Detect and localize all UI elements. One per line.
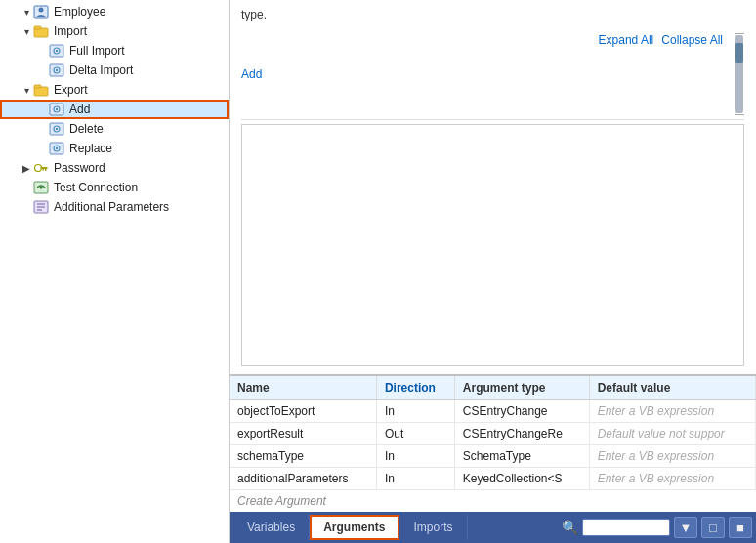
sidebar-item-test-connection[interactable]: ▶ Test Connection [0, 178, 229, 197]
sidebar-item-delta-import[interactable]: ▶ Delta Import [0, 61, 229, 80]
cell-direction-3: In [376, 468, 454, 490]
sidebar-item-full-import[interactable]: ▶ Full Import [0, 41, 229, 61]
col-header-name: Name [230, 376, 376, 400]
cell-direction-2: In [376, 445, 454, 468]
chevron-password: ▶ [20, 163, 33, 174]
export-label: Export [54, 83, 88, 97]
toolbar-right-actions: Expand All Collapse All [599, 33, 744, 115]
cell-argtype-2: SchemaType [454, 445, 589, 468]
sidebar-item-password[interactable]: ▶ Password [0, 158, 229, 178]
sidebar-item-import[interactable]: ▾ Import [0, 21, 229, 41]
add-label: Add [69, 103, 90, 116]
cell-direction-0: In [376, 400, 454, 423]
chevron-import: ▾ [20, 26, 33, 37]
cell-name-3: additionalParameters [230, 468, 376, 490]
svg-rect-24 [43, 169, 45, 171]
arguments-table-area: Name Direction Argument type Default val… [230, 374, 756, 512]
svg-point-20 [56, 147, 58, 149]
table-row: additionalParametersInKeyedCollection<SE… [230, 468, 756, 490]
sidebar-item-add[interactable]: ▶ Add [0, 100, 229, 119]
sidebar-item-delete[interactable]: ▶ Delete [0, 119, 229, 139]
col-header-argtype: Argument type [454, 376, 589, 400]
svg-point-14 [56, 108, 58, 110]
svg-point-17 [56, 128, 58, 130]
folder-icon-export [33, 82, 51, 98]
connection-icon [33, 180, 51, 195]
scrollable-content-area[interactable] [241, 124, 744, 366]
gear-icon-delta-import [49, 63, 66, 78]
cell-direction-1: Out [376, 423, 454, 445]
delta-import-label: Delta Import [69, 63, 133, 77]
gear-icon-replace [49, 141, 66, 156]
chevron-employee: ▾ [20, 7, 33, 18]
toolbar-row: Add Expand All Collapse All [241, 29, 744, 120]
sidebar: ▾ Employee ▾ Import ▶ [0, 0, 230, 543]
expand-all-button[interactable]: Expand All [599, 33, 654, 115]
svg-point-26 [40, 187, 43, 189]
create-argument-label[interactable]: Create Argument [230, 490, 756, 512]
password-label: Password [54, 161, 105, 175]
svg-rect-22 [41, 167, 48, 169]
search-icon: 🔍 [562, 520, 578, 535]
svg-rect-23 [45, 169, 47, 171]
svg-rect-11 [34, 85, 41, 88]
col-header-default: Default value [589, 376, 755, 400]
gear-icon-full-import [49, 43, 66, 59]
replace-label: Replace [69, 142, 112, 155]
tab-bar: Variables Arguments Imports 🔍 ▼ □ ■ [230, 512, 756, 543]
svg-point-21 [35, 165, 42, 172]
tab-dropdown-btn[interactable]: ▼ [674, 517, 697, 538]
cell-name-2: schemaType [230, 445, 376, 468]
tab-search-area: 🔍 ▼ □ ■ [562, 517, 752, 538]
svg-point-1 [39, 8, 44, 13]
gear-icon-delete [49, 121, 66, 137]
table-row: objectToExportInCSEntryChangeEnter a VB … [230, 400, 756, 423]
collapse-all-button[interactable]: Collapse All [661, 33, 723, 115]
sidebar-item-export[interactable]: ▾ Export [0, 80, 229, 100]
arguments-table: Name Direction Argument type Default val… [230, 376, 756, 490]
add-button[interactable]: Add [241, 67, 262, 81]
svg-point-9 [56, 69, 58, 71]
cell-default-3[interactable]: Enter a VB expression [589, 468, 755, 490]
col-header-direction: Direction [376, 376, 454, 400]
employee-label: Employee [54, 5, 105, 19]
cell-default-2[interactable]: Enter a VB expression [589, 445, 755, 468]
sidebar-item-replace[interactable]: ▶ Replace [0, 139, 229, 158]
folder-icon-import [33, 23, 51, 39]
full-import-label: Full Import [69, 44, 125, 58]
params-icon [33, 199, 51, 215]
cell-name-1: exportResult [230, 423, 376, 445]
table-header-row: Name Direction Argument type Default val… [230, 376, 756, 400]
tab-arguments[interactable]: Arguments [310, 515, 399, 540]
cell-argtype-0: CSEntryChange [454, 400, 589, 423]
cell-argtype-3: KeyedCollection<S [454, 468, 589, 490]
cell-default-1[interactable]: Default value not suppor [589, 423, 755, 445]
sidebar-item-employee[interactable]: ▾ Employee [0, 2, 229, 21]
key-icon [33, 160, 51, 176]
tab-action-btn-2[interactable]: ■ [729, 517, 752, 538]
cell-name-0: objectToExport [230, 400, 376, 423]
main-content: type. Add Expand All Collapse All Na [230, 0, 756, 543]
top-description-text: type. [241, 8, 744, 21]
svg-point-6 [56, 50, 58, 52]
gear-icon-add [49, 102, 66, 117]
tab-imports[interactable]: Imports [399, 515, 467, 540]
table-body: objectToExportInCSEntryChangeEnter a VB … [230, 400, 756, 490]
main-top-panel: type. Add Expand All Collapse All [230, 0, 756, 374]
tab-variables[interactable]: Variables [233, 515, 310, 540]
chevron-export: ▾ [20, 85, 33, 96]
sidebar-item-additional-params[interactable]: ▶ Additional Parameters [0, 197, 229, 217]
tab-action-btn-1[interactable]: □ [701, 517, 725, 538]
test-connection-label: Test Connection [54, 181, 138, 194]
table-row: schemaTypeInSchemaTypeEnter a VB express… [230, 445, 756, 468]
table-row: exportResultOutCSEntryChangeReDefault va… [230, 423, 756, 445]
svg-rect-3 [34, 26, 41, 29]
delete-label: Delete [69, 122, 104, 136]
cell-default-0[interactable]: Enter a VB expression [589, 400, 755, 423]
person-icon [33, 4, 51, 20]
cell-argtype-1: CSEntryChangeRe [454, 423, 589, 445]
search-input[interactable] [582, 519, 670, 536]
import-label: Import [54, 24, 87, 38]
additional-params-label: Additional Parameters [54, 200, 169, 214]
